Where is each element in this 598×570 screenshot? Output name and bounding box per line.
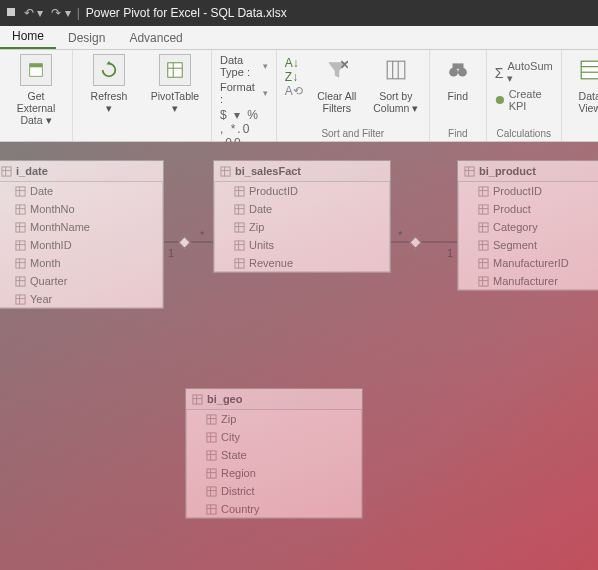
pivottable-button[interactable]: PivotTable ▾	[147, 54, 203, 114]
table-header[interactable]: bi_geo	[186, 389, 362, 410]
ribbon-tabs: Home Design Advanced	[0, 26, 598, 50]
table-header[interactable]: bi_salesFact	[214, 161, 390, 182]
column-name-label: Segment	[493, 239, 537, 251]
kpi-icon	[495, 94, 505, 106]
column-row[interactable]: ProductID	[458, 182, 598, 200]
table-name-label: bi_salesFact	[235, 165, 301, 177]
svg-rect-26	[16, 204, 25, 213]
join-nub-left-1	[178, 236, 191, 249]
svg-rect-62	[465, 166, 474, 175]
column-row[interactable]: ProductID	[214, 182, 390, 200]
column-row[interactable]: Month	[0, 254, 163, 272]
svg-rect-35	[16, 258, 25, 267]
column-row[interactable]: Units	[214, 236, 390, 254]
sort-column-icon	[380, 54, 412, 86]
format-dropdown[interactable]: ▾	[263, 88, 268, 98]
svg-rect-50	[235, 204, 244, 213]
column-row[interactable]: Country	[186, 500, 362, 518]
column-name-label: Category	[493, 221, 538, 233]
join-one-label-1: 1	[168, 247, 174, 259]
column-name-label: ProductID	[249, 185, 298, 197]
column-row[interactable]: Date	[0, 182, 163, 200]
refresh-icon	[93, 54, 125, 86]
diagram-canvas[interactable]: 1 * * 1 i_dateDateMonthNoMonthNameMonthI…	[0, 142, 598, 570]
svg-rect-77	[479, 258, 488, 267]
tab-design[interactable]: Design	[56, 27, 117, 49]
svg-rect-41	[16, 294, 25, 303]
table-node-i_date[interactable]: i_dateDateMonthNoMonthNameMonthIDMonthQu…	[0, 160, 164, 309]
column-row[interactable]: MonthID	[0, 236, 163, 254]
column-name-label: Units	[249, 239, 274, 251]
group-refresh: Refresh ▾ PivotTable ▾	[73, 50, 212, 141]
data-view-button[interactable]: Data View	[570, 54, 598, 114]
svg-rect-20	[2, 166, 11, 175]
quick-access-toolbar: ↶ ▾ ↷ ▾	[6, 6, 71, 20]
svg-rect-86	[207, 414, 216, 423]
column-row[interactable]: City	[186, 428, 362, 446]
table-node-bi_product[interactable]: bi_productProductIDProductCategorySegmen…	[457, 160, 598, 291]
svg-rect-23	[16, 186, 25, 195]
column-row[interactable]: Product	[458, 200, 598, 218]
column-row[interactable]: Category	[458, 218, 598, 236]
refresh-button[interactable]: Refresh ▾	[81, 54, 137, 114]
clear-filters-button[interactable]: Clear All Filters	[313, 54, 361, 114]
column-row[interactable]: ManufacturerID	[458, 254, 598, 272]
column-name-label: Year	[30, 293, 52, 305]
join-nub-left-2	[409, 236, 422, 249]
pivottable-icon	[159, 54, 191, 86]
sort-by-column-button[interactable]: Sort by Column ▾	[371, 54, 421, 114]
column-row[interactable]: Year	[0, 290, 163, 308]
group-sort-filter: A↓ Z↓ A⟲ Clear All Filters Sort by Colum…	[277, 50, 430, 141]
svg-rect-8	[387, 61, 405, 79]
format-label: Format :	[220, 81, 259, 105]
sort-asc-icon[interactable]: A↓	[285, 56, 303, 70]
redo-icon[interactable]: ↷ ▾	[51, 6, 70, 20]
column-row[interactable]: MonthName	[0, 218, 163, 236]
svg-rect-56	[235, 240, 244, 249]
svg-rect-53	[235, 222, 244, 231]
svg-rect-71	[479, 222, 488, 231]
column-name-label: Product	[493, 203, 531, 215]
table-node-bi_geo[interactable]: bi_geoZipCityStateRegionDistrictCountry	[185, 388, 363, 519]
column-row[interactable]: Region	[186, 464, 362, 482]
svg-rect-95	[207, 468, 216, 477]
undo-icon[interactable]: ↶ ▾	[24, 6, 43, 20]
create-kpi-button[interactable]: Create KPI	[495, 88, 553, 112]
table-node-bi_salesFact[interactable]: bi_salesFactProductIDDateZipUnitsRevenue	[213, 160, 391, 273]
table-name-label: bi_product	[479, 165, 536, 177]
find-button[interactable]: Find	[438, 54, 478, 102]
column-name-label: Quarter	[30, 275, 67, 287]
column-row[interactable]: State	[186, 446, 362, 464]
table-header[interactable]: i_date	[0, 161, 163, 182]
column-row[interactable]: Segment	[458, 236, 598, 254]
column-row[interactable]: Quarter	[0, 272, 163, 290]
column-row[interactable]: Date	[214, 200, 390, 218]
svg-rect-29	[16, 222, 25, 231]
column-name-label: Revenue	[249, 257, 293, 269]
autosum-button[interactable]: ΣAutoSum ▾	[495, 60, 553, 85]
column-row[interactable]: Zip	[186, 410, 362, 428]
sort-desc-icon[interactable]: Z↓	[285, 70, 303, 84]
column-row[interactable]: MonthNo	[0, 200, 163, 218]
clear-sort-icon[interactable]: A⟲	[285, 84, 303, 98]
get-external-data-button[interactable]: Get External Data ▾	[8, 54, 64, 126]
column-name-label: MonthID	[30, 239, 72, 251]
table-header[interactable]: bi_product	[458, 161, 598, 182]
qat-menu-icon[interactable]	[6, 6, 16, 20]
column-name-label: Zip	[221, 413, 236, 425]
tab-home[interactable]: Home	[0, 25, 56, 49]
group-view: Data View	[562, 50, 598, 141]
svg-rect-65	[479, 186, 488, 195]
svg-point-11	[449, 68, 458, 77]
column-row[interactable]: District	[186, 482, 362, 500]
column-name-label: State	[221, 449, 247, 461]
data-type-dropdown[interactable]: ▾	[263, 61, 268, 71]
column-row[interactable]: Revenue	[214, 254, 390, 272]
column-name-label: ProductID	[493, 185, 542, 197]
column-name-label: District	[221, 485, 255, 497]
column-row[interactable]: Manufacturer	[458, 272, 598, 290]
column-name-label: Date	[249, 203, 272, 215]
column-row[interactable]: Zip	[214, 218, 390, 236]
tab-advanced[interactable]: Advanced	[117, 27, 194, 49]
svg-point-14	[496, 96, 504, 104]
